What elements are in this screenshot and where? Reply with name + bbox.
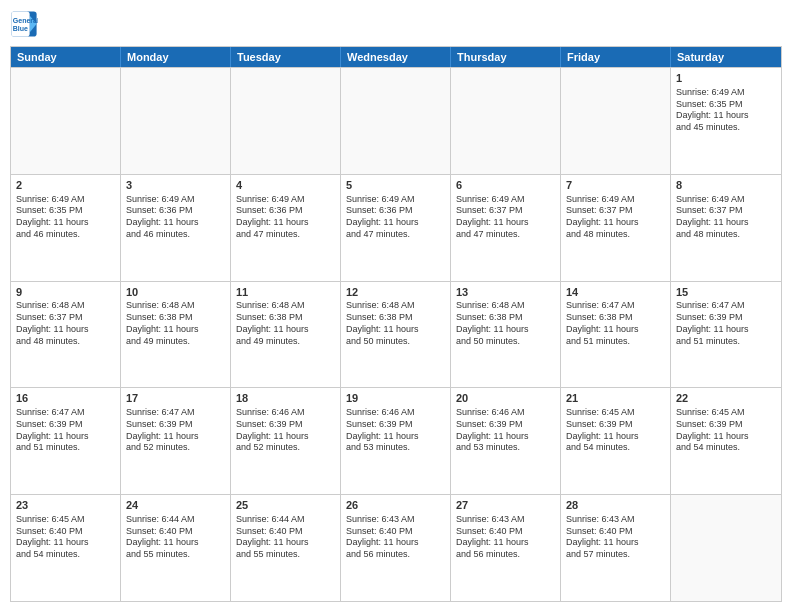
calendar-cell: 11Sunrise: 6:48 AM Sunset: 6:38 PM Dayli… [231, 282, 341, 388]
calendar-cell [341, 68, 451, 174]
calendar-cell [121, 68, 231, 174]
calendar-cell: 16Sunrise: 6:47 AM Sunset: 6:39 PM Dayli… [11, 388, 121, 494]
calendar-cell: 3Sunrise: 6:49 AM Sunset: 6:36 PM Daylig… [121, 175, 231, 281]
calendar-cell: 19Sunrise: 6:46 AM Sunset: 6:39 PM Dayli… [341, 388, 451, 494]
calendar-body: 1Sunrise: 6:49 AM Sunset: 6:35 PM Daylig… [11, 67, 781, 601]
cell-info: Sunrise: 6:49 AM Sunset: 6:36 PM Dayligh… [126, 194, 225, 241]
calendar-cell: 18Sunrise: 6:46 AM Sunset: 6:39 PM Dayli… [231, 388, 341, 494]
cell-info: Sunrise: 6:48 AM Sunset: 6:38 PM Dayligh… [236, 300, 335, 347]
logo-icon: General Blue [10, 10, 38, 38]
day-number: 3 [126, 178, 225, 193]
day-number: 7 [566, 178, 665, 193]
svg-text:Blue: Blue [13, 25, 28, 32]
day-number: 2 [16, 178, 115, 193]
svg-text:General: General [13, 17, 38, 24]
cell-info: Sunrise: 6:46 AM Sunset: 6:39 PM Dayligh… [236, 407, 335, 454]
cell-info: Sunrise: 6:49 AM Sunset: 6:35 PM Dayligh… [676, 87, 776, 134]
calendar-cell: 28Sunrise: 6:43 AM Sunset: 6:40 PM Dayli… [561, 495, 671, 601]
day-number: 14 [566, 285, 665, 300]
day-number: 11 [236, 285, 335, 300]
calendar-cell: 26Sunrise: 6:43 AM Sunset: 6:40 PM Dayli… [341, 495, 451, 601]
calendar-cell: 4Sunrise: 6:49 AM Sunset: 6:36 PM Daylig… [231, 175, 341, 281]
cell-info: Sunrise: 6:45 AM Sunset: 6:40 PM Dayligh… [16, 514, 115, 561]
calendar-cell: 6Sunrise: 6:49 AM Sunset: 6:37 PM Daylig… [451, 175, 561, 281]
page: General Blue SundayMondayTuesdayWednesda… [0, 0, 792, 612]
cell-info: Sunrise: 6:44 AM Sunset: 6:40 PM Dayligh… [126, 514, 225, 561]
day-number: 25 [236, 498, 335, 513]
calendar-row: 2Sunrise: 6:49 AM Sunset: 6:35 PM Daylig… [11, 174, 781, 281]
calendar-header: SundayMondayTuesdayWednesdayThursdayFrid… [11, 47, 781, 67]
day-number: 4 [236, 178, 335, 193]
calendar-cell [231, 68, 341, 174]
day-number: 13 [456, 285, 555, 300]
weekday-header: Thursday [451, 47, 561, 67]
cell-info: Sunrise: 6:48 AM Sunset: 6:38 PM Dayligh… [346, 300, 445, 347]
calendar-cell [671, 495, 781, 601]
cell-info: Sunrise: 6:44 AM Sunset: 6:40 PM Dayligh… [236, 514, 335, 561]
cell-info: Sunrise: 6:49 AM Sunset: 6:37 PM Dayligh… [676, 194, 776, 241]
calendar-cell: 20Sunrise: 6:46 AM Sunset: 6:39 PM Dayli… [451, 388, 561, 494]
day-number: 10 [126, 285, 225, 300]
day-number: 20 [456, 391, 555, 406]
cell-info: Sunrise: 6:46 AM Sunset: 6:39 PM Dayligh… [456, 407, 555, 454]
cell-info: Sunrise: 6:49 AM Sunset: 6:37 PM Dayligh… [456, 194, 555, 241]
calendar-cell [11, 68, 121, 174]
weekday-header: Sunday [11, 47, 121, 67]
day-number: 8 [676, 178, 776, 193]
day-number: 23 [16, 498, 115, 513]
header: General Blue [10, 10, 782, 38]
day-number: 21 [566, 391, 665, 406]
cell-info: Sunrise: 6:48 AM Sunset: 6:38 PM Dayligh… [456, 300, 555, 347]
weekday-header: Wednesday [341, 47, 451, 67]
day-number: 9 [16, 285, 115, 300]
calendar-row: 9Sunrise: 6:48 AM Sunset: 6:37 PM Daylig… [11, 281, 781, 388]
calendar-cell: 7Sunrise: 6:49 AM Sunset: 6:37 PM Daylig… [561, 175, 671, 281]
calendar-cell [451, 68, 561, 174]
weekday-header: Friday [561, 47, 671, 67]
calendar-cell: 15Sunrise: 6:47 AM Sunset: 6:39 PM Dayli… [671, 282, 781, 388]
calendar-cell: 23Sunrise: 6:45 AM Sunset: 6:40 PM Dayli… [11, 495, 121, 601]
calendar-row: 16Sunrise: 6:47 AM Sunset: 6:39 PM Dayli… [11, 387, 781, 494]
day-number: 12 [346, 285, 445, 300]
day-number: 6 [456, 178, 555, 193]
day-number: 18 [236, 391, 335, 406]
cell-info: Sunrise: 6:43 AM Sunset: 6:40 PM Dayligh… [346, 514, 445, 561]
calendar-cell: 25Sunrise: 6:44 AM Sunset: 6:40 PM Dayli… [231, 495, 341, 601]
calendar-cell: 17Sunrise: 6:47 AM Sunset: 6:39 PM Dayli… [121, 388, 231, 494]
day-number: 24 [126, 498, 225, 513]
calendar-cell: 5Sunrise: 6:49 AM Sunset: 6:36 PM Daylig… [341, 175, 451, 281]
cell-info: Sunrise: 6:47 AM Sunset: 6:39 PM Dayligh… [676, 300, 776, 347]
calendar-cell: 9Sunrise: 6:48 AM Sunset: 6:37 PM Daylig… [11, 282, 121, 388]
day-number: 5 [346, 178, 445, 193]
calendar-cell: 8Sunrise: 6:49 AM Sunset: 6:37 PM Daylig… [671, 175, 781, 281]
weekday-header: Monday [121, 47, 231, 67]
calendar-row: 23Sunrise: 6:45 AM Sunset: 6:40 PM Dayli… [11, 494, 781, 601]
day-number: 19 [346, 391, 445, 406]
cell-info: Sunrise: 6:48 AM Sunset: 6:37 PM Dayligh… [16, 300, 115, 347]
cell-info: Sunrise: 6:48 AM Sunset: 6:38 PM Dayligh… [126, 300, 225, 347]
day-number: 1 [676, 71, 776, 86]
cell-info: Sunrise: 6:43 AM Sunset: 6:40 PM Dayligh… [566, 514, 665, 561]
calendar-cell: 12Sunrise: 6:48 AM Sunset: 6:38 PM Dayli… [341, 282, 451, 388]
weekday-header: Saturday [671, 47, 781, 67]
cell-info: Sunrise: 6:47 AM Sunset: 6:39 PM Dayligh… [16, 407, 115, 454]
cell-info: Sunrise: 6:49 AM Sunset: 6:37 PM Dayligh… [566, 194, 665, 241]
calendar-cell: 27Sunrise: 6:43 AM Sunset: 6:40 PM Dayli… [451, 495, 561, 601]
calendar-row: 1Sunrise: 6:49 AM Sunset: 6:35 PM Daylig… [11, 67, 781, 174]
cell-info: Sunrise: 6:49 AM Sunset: 6:36 PM Dayligh… [236, 194, 335, 241]
calendar-cell: 14Sunrise: 6:47 AM Sunset: 6:38 PM Dayli… [561, 282, 671, 388]
weekday-header: Tuesday [231, 47, 341, 67]
calendar-cell: 1Sunrise: 6:49 AM Sunset: 6:35 PM Daylig… [671, 68, 781, 174]
day-number: 26 [346, 498, 445, 513]
calendar-cell: 10Sunrise: 6:48 AM Sunset: 6:38 PM Dayli… [121, 282, 231, 388]
day-number: 27 [456, 498, 555, 513]
calendar-cell: 13Sunrise: 6:48 AM Sunset: 6:38 PM Dayli… [451, 282, 561, 388]
svg-rect-2 [11, 11, 29, 36]
cell-info: Sunrise: 6:49 AM Sunset: 6:35 PM Dayligh… [16, 194, 115, 241]
calendar-cell: 22Sunrise: 6:45 AM Sunset: 6:39 PM Dayli… [671, 388, 781, 494]
calendar-cell: 24Sunrise: 6:44 AM Sunset: 6:40 PM Dayli… [121, 495, 231, 601]
cell-info: Sunrise: 6:45 AM Sunset: 6:39 PM Dayligh… [676, 407, 776, 454]
day-number: 28 [566, 498, 665, 513]
logo: General Blue [10, 10, 42, 38]
cell-info: Sunrise: 6:49 AM Sunset: 6:36 PM Dayligh… [346, 194, 445, 241]
